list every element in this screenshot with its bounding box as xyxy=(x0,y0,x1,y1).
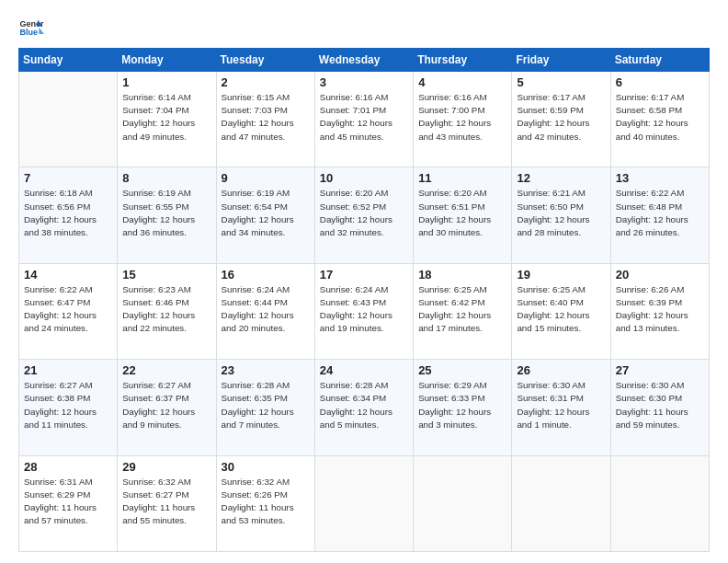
day-cell: 9Sunrise: 6:19 AM Sunset: 6:54 PM Daylig… xyxy=(216,167,314,263)
day-cell: 25Sunrise: 6:29 AM Sunset: 6:33 PM Dayli… xyxy=(414,360,512,455)
day-cell xyxy=(512,455,610,551)
day-number: 21 xyxy=(24,363,112,377)
day-detail: Sunrise: 6:30 AM Sunset: 6:30 PM Dayligh… xyxy=(616,379,704,431)
day-number: 28 xyxy=(24,460,112,474)
col-wednesday: Wednesday xyxy=(314,49,413,72)
day-number: 10 xyxy=(320,171,408,185)
day-cell: 5Sunrise: 6:17 AM Sunset: 6:59 PM Daylig… xyxy=(512,72,610,167)
day-cell: 26Sunrise: 6:30 AM Sunset: 6:31 PM Dayli… xyxy=(512,360,610,455)
col-thursday: Thursday xyxy=(414,49,512,72)
day-number: 5 xyxy=(517,75,605,89)
day-number: 6 xyxy=(616,75,704,89)
page: General Blue Sunday Monday Tuesday Wedne… xyxy=(0,0,728,563)
day-detail: Sunrise: 6:17 AM Sunset: 6:59 PM Dayligh… xyxy=(517,91,605,144)
day-cell: 4Sunrise: 6:16 AM Sunset: 7:00 PM Daylig… xyxy=(414,72,512,167)
day-cell: 3Sunrise: 6:16 AM Sunset: 7:01 PM Daylig… xyxy=(314,72,413,167)
day-detail: Sunrise: 6:19 AM Sunset: 6:55 PM Dayligh… xyxy=(122,187,210,239)
day-detail: Sunrise: 6:32 AM Sunset: 6:26 PM Dayligh… xyxy=(222,476,310,528)
header: General Blue xyxy=(18,15,710,40)
day-detail: Sunrise: 6:24 AM Sunset: 6:44 PM Dayligh… xyxy=(222,283,310,336)
day-number: 14 xyxy=(24,268,112,282)
day-cell xyxy=(314,455,413,551)
day-detail: Sunrise: 6:22 AM Sunset: 6:47 PM Dayligh… xyxy=(24,283,112,336)
day-detail: Sunrise: 6:28 AM Sunset: 6:35 PM Dayligh… xyxy=(222,379,310,431)
day-cell xyxy=(19,72,118,167)
svg-text:Blue: Blue xyxy=(19,28,38,37)
day-number: 19 xyxy=(517,268,605,282)
day-number: 22 xyxy=(122,363,210,377)
day-number: 16 xyxy=(222,268,310,282)
day-cell: 13Sunrise: 6:22 AM Sunset: 6:48 PM Dayli… xyxy=(610,167,709,263)
day-detail: Sunrise: 6:26 AM Sunset: 6:39 PM Dayligh… xyxy=(616,283,704,336)
col-sunday: Sunday xyxy=(19,49,118,72)
day-detail: Sunrise: 6:15 AM Sunset: 7:03 PM Dayligh… xyxy=(222,91,310,144)
day-cell: 17Sunrise: 6:24 AM Sunset: 6:43 PM Dayli… xyxy=(314,263,413,359)
day-detail: Sunrise: 6:16 AM Sunset: 7:01 PM Dayligh… xyxy=(320,91,408,144)
day-detail: Sunrise: 6:19 AM Sunset: 6:54 PM Dayligh… xyxy=(222,187,310,239)
logo-icon: General Blue xyxy=(18,15,44,40)
day-cell xyxy=(610,455,709,551)
day-number: 26 xyxy=(517,363,605,377)
col-saturday: Saturday xyxy=(610,49,709,72)
col-tuesday: Tuesday xyxy=(216,49,314,72)
day-number: 20 xyxy=(616,268,704,282)
day-detail: Sunrise: 6:27 AM Sunset: 6:38 PM Dayligh… xyxy=(24,379,112,431)
day-number: 25 xyxy=(418,363,506,377)
day-number: 27 xyxy=(616,363,704,377)
day-number: 7 xyxy=(24,171,112,185)
day-detail: Sunrise: 6:24 AM Sunset: 6:43 PM Dayligh… xyxy=(320,283,408,336)
day-detail: Sunrise: 6:30 AM Sunset: 6:31 PM Dayligh… xyxy=(517,379,605,431)
day-number: 18 xyxy=(418,268,506,282)
day-number: 29 xyxy=(122,460,210,474)
day-number: 4 xyxy=(418,75,506,89)
day-cell: 14Sunrise: 6:22 AM Sunset: 6:47 PM Dayli… xyxy=(19,263,118,359)
day-cell: 24Sunrise: 6:28 AM Sunset: 6:34 PM Dayli… xyxy=(314,360,413,455)
day-detail: Sunrise: 6:29 AM Sunset: 6:33 PM Dayligh… xyxy=(418,379,506,431)
day-cell: 21Sunrise: 6:27 AM Sunset: 6:38 PM Dayli… xyxy=(19,360,118,455)
week-row-3: 14Sunrise: 6:22 AM Sunset: 6:47 PM Dayli… xyxy=(19,263,710,359)
day-detail: Sunrise: 6:20 AM Sunset: 6:52 PM Dayligh… xyxy=(320,187,408,239)
day-detail: Sunrise: 6:25 AM Sunset: 6:42 PM Dayligh… xyxy=(418,283,506,336)
header-row: Sunday Monday Tuesday Wednesday Thursday… xyxy=(19,49,710,72)
day-detail: Sunrise: 6:21 AM Sunset: 6:50 PM Dayligh… xyxy=(517,187,605,239)
day-cell: 29Sunrise: 6:32 AM Sunset: 6:27 PM Dayli… xyxy=(118,455,216,551)
day-cell: 6Sunrise: 6:17 AM Sunset: 6:58 PM Daylig… xyxy=(610,72,709,167)
day-cell: 20Sunrise: 6:26 AM Sunset: 6:39 PM Dayli… xyxy=(610,263,709,359)
day-detail: Sunrise: 6:31 AM Sunset: 6:29 PM Dayligh… xyxy=(24,476,112,528)
svg-marker-3 xyxy=(39,28,44,34)
day-cell: 16Sunrise: 6:24 AM Sunset: 6:44 PM Dayli… xyxy=(216,263,314,359)
day-cell: 22Sunrise: 6:27 AM Sunset: 6:37 PM Dayli… xyxy=(118,360,216,455)
day-number: 2 xyxy=(222,75,310,89)
logo: General Blue xyxy=(18,15,44,40)
day-cell: 18Sunrise: 6:25 AM Sunset: 6:42 PM Dayli… xyxy=(414,263,512,359)
day-number: 12 xyxy=(517,171,605,185)
calendar-table: Sunday Monday Tuesday Wednesday Thursday… xyxy=(18,48,710,552)
day-number: 24 xyxy=(320,363,408,377)
day-number: 30 xyxy=(222,460,310,474)
week-row-1: 1Sunrise: 6:14 AM Sunset: 7:04 PM Daylig… xyxy=(19,72,710,167)
day-detail: Sunrise: 6:25 AM Sunset: 6:40 PM Dayligh… xyxy=(517,283,605,336)
day-cell: 12Sunrise: 6:21 AM Sunset: 6:50 PM Dayli… xyxy=(512,167,610,263)
day-detail: Sunrise: 6:16 AM Sunset: 7:00 PM Dayligh… xyxy=(418,91,506,144)
day-cell: 11Sunrise: 6:20 AM Sunset: 6:51 PM Dayli… xyxy=(414,167,512,263)
day-detail: Sunrise: 6:18 AM Sunset: 6:56 PM Dayligh… xyxy=(24,187,112,239)
week-row-4: 21Sunrise: 6:27 AM Sunset: 6:38 PM Dayli… xyxy=(19,360,710,455)
day-detail: Sunrise: 6:17 AM Sunset: 6:58 PM Dayligh… xyxy=(616,91,704,144)
day-cell: 23Sunrise: 6:28 AM Sunset: 6:35 PM Dayli… xyxy=(216,360,314,455)
day-cell: 28Sunrise: 6:31 AM Sunset: 6:29 PM Dayli… xyxy=(19,455,118,551)
day-cell: 27Sunrise: 6:30 AM Sunset: 6:30 PM Dayli… xyxy=(610,360,709,455)
day-cell: 30Sunrise: 6:32 AM Sunset: 6:26 PM Dayli… xyxy=(216,455,314,551)
day-detail: Sunrise: 6:27 AM Sunset: 6:37 PM Dayligh… xyxy=(122,379,210,431)
day-detail: Sunrise: 6:22 AM Sunset: 6:48 PM Dayligh… xyxy=(616,187,704,239)
day-cell: 10Sunrise: 6:20 AM Sunset: 6:52 PM Dayli… xyxy=(314,167,413,263)
week-row-5: 28Sunrise: 6:31 AM Sunset: 6:29 PM Dayli… xyxy=(19,455,710,551)
day-cell: 15Sunrise: 6:23 AM Sunset: 6:46 PM Dayli… xyxy=(118,263,216,359)
col-friday: Friday xyxy=(512,49,610,72)
day-detail: Sunrise: 6:20 AM Sunset: 6:51 PM Dayligh… xyxy=(418,187,506,239)
day-cell: 8Sunrise: 6:19 AM Sunset: 6:55 PM Daylig… xyxy=(118,167,216,263)
day-detail: Sunrise: 6:14 AM Sunset: 7:04 PM Dayligh… xyxy=(122,91,210,144)
day-cell: 19Sunrise: 6:25 AM Sunset: 6:40 PM Dayli… xyxy=(512,263,610,359)
day-number: 11 xyxy=(418,171,506,185)
day-detail: Sunrise: 6:28 AM Sunset: 6:34 PM Dayligh… xyxy=(320,379,408,431)
day-cell: 2Sunrise: 6:15 AM Sunset: 7:03 PM Daylig… xyxy=(216,72,314,167)
